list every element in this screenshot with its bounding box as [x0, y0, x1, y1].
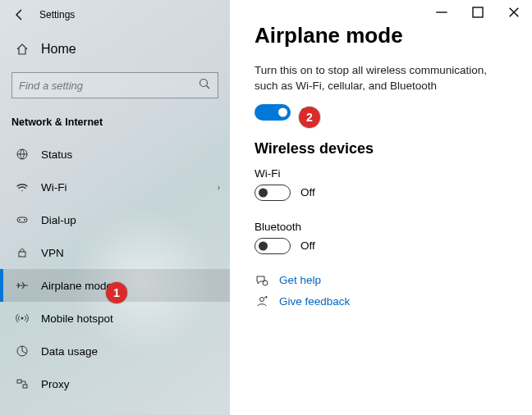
wifi-icon: [15, 180, 30, 194]
sidebar-item-label: VPN: [41, 247, 64, 259]
close-button[interactable]: [496, 0, 532, 25]
sidebar-item-label: Airplane mode: [41, 280, 112, 292]
proxy-icon: [15, 377, 30, 390]
sidebar-item-label: Proxy: [41, 378, 70, 390]
sidebar-item-status[interactable]: Status: [0, 138, 230, 171]
sidebar-item-wifi[interactable]: Wi-Fi ›: [0, 171, 230, 203]
back-button[interactable]: [8, 3, 31, 26]
svg-point-4: [24, 219, 25, 221]
svg-point-12: [260, 297, 264, 301]
data-icon: [15, 344, 30, 358]
sidebar-item-label: Dial-up: [41, 214, 76, 226]
window-controls: [424, 0, 532, 25]
bluetooth-toggle-label: Off: [300, 239, 315, 252]
airplane-icon: [15, 279, 30, 292]
wifi-label: Wi-Fi: [255, 167, 507, 180]
svg-rect-2: [17, 217, 27, 222]
get-help-row: Get help: [255, 274, 507, 287]
sidebar-item-datausage[interactable]: Data usage: [0, 335, 230, 367]
chevron-right-icon: ›: [218, 183, 220, 192]
titlebar: Settings: [0, 0, 230, 30]
sidebar-home-label: Home: [41, 42, 76, 57]
sidebar: Settings Home Network & Internet Status …: [0, 0, 230, 415]
search-input[interactable]: [19, 80, 198, 92]
search-box[interactable]: [11, 72, 218, 98]
airplane-toggle-row: On: [255, 104, 507, 121]
window-title: Settings: [39, 9, 75, 21]
feedback-icon: [255, 295, 269, 308]
wifi-toggle-row: Off: [255, 185, 507, 201]
main-content: Airplane mode Turn this on to stop all w…: [230, 0, 532, 415]
sidebar-item-label: Data usage: [41, 345, 98, 358]
sidebar-item-vpn[interactable]: VPN: [0, 236, 230, 269]
wifi-toggle-label: Off: [300, 186, 315, 198]
search-icon: [198, 77, 211, 93]
sidebar-item-label: Wi-Fi: [41, 181, 66, 194]
maximize-button[interactable]: [460, 0, 496, 25]
minimize-button[interactable]: [424, 0, 460, 25]
get-help-link[interactable]: Get help: [279, 274, 321, 286]
sidebar-section-header: Network & Internet: [0, 105, 230, 138]
wireless-heading: Wireless devices: [255, 140, 507, 157]
bluetooth-toggle[interactable]: [255, 238, 291, 254]
svg-point-0: [200, 80, 208, 87]
sidebar-item-proxy[interactable]: Proxy: [0, 367, 230, 400]
bluetooth-toggle-row: Off: [255, 238, 507, 254]
give-feedback-link[interactable]: Give feedback: [279, 295, 350, 308]
bluetooth-label: Bluetooth: [255, 221, 507, 233]
svg-rect-5: [19, 252, 25, 257]
svg-rect-8: [17, 380, 21, 383]
svg-rect-9: [23, 385, 27, 388]
help-icon: [255, 274, 269, 287]
svg-point-11: [263, 280, 268, 285]
page-title: Airplane mode: [255, 23, 507, 48]
svg-point-3: [19, 219, 21, 221]
svg-rect-10: [473, 7, 483, 17]
globe-icon: [15, 148, 30, 161]
sidebar-item-hotspot[interactable]: Mobile hotspot: [0, 302, 230, 335]
sidebar-home[interactable]: Home: [0, 33, 230, 66]
sidebar-item-label: Mobile hotspot: [41, 312, 113, 325]
dialup-icon: [15, 213, 30, 226]
annotation-badge-1: 1: [106, 282, 127, 303]
sidebar-item-label: Status: [41, 148, 72, 161]
vpn-icon: [15, 246, 30, 259]
svg-point-6: [21, 317, 24, 320]
sidebar-item-dialup[interactable]: Dial-up: [0, 203, 230, 236]
hotspot-icon: [15, 312, 30, 325]
arrow-left-icon: [13, 8, 26, 21]
feedback-row: Give feedback: [255, 295, 507, 308]
annotation-badge-2: 2: [299, 107, 320, 128]
wifi-toggle[interactable]: [255, 185, 291, 201]
home-icon: [15, 43, 30, 56]
page-description: Turn this on to stop all wireless commun…: [255, 63, 507, 94]
airplane-toggle[interactable]: [255, 104, 291, 121]
